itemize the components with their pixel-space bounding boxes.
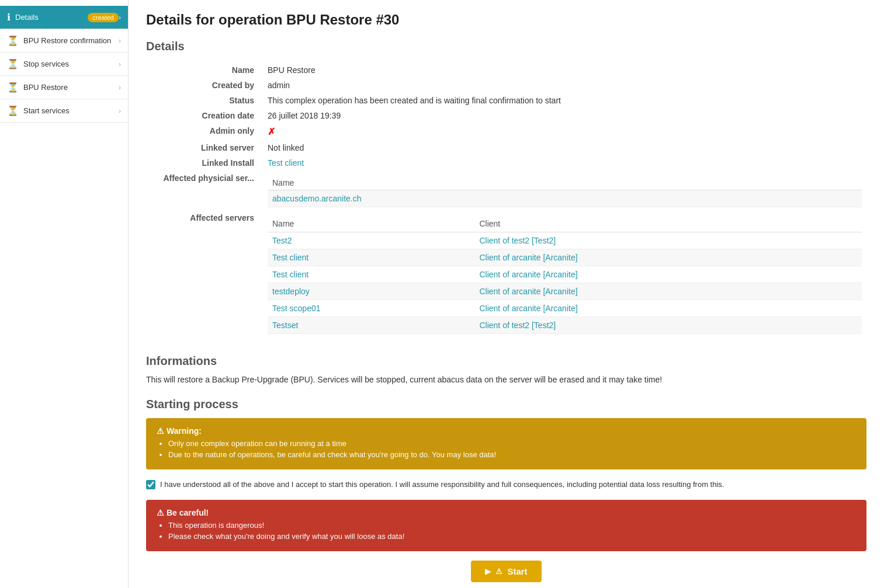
affected-server-row-2: Test client Client of arcanite [Arcanite… bbox=[268, 249, 862, 266]
name-value: BPU Restore bbox=[263, 62, 866, 78]
status-label: Status bbox=[146, 93, 263, 108]
created-by-label: Created by bbox=[146, 78, 263, 93]
col-client-header: Client bbox=[474, 215, 862, 232]
affected-server-name-4[interactable]: testdeploy bbox=[272, 287, 310, 296]
hourglass-icon-bpu-confirmation: ⏳ bbox=[7, 35, 19, 46]
main-content: Details for operation BPU Restore #30 De… bbox=[129, 0, 884, 588]
informations-section: Informations This will restore a Backup … bbox=[146, 354, 866, 386]
table-row-linked-install: Linked Install Test client bbox=[146, 155, 866, 171]
warning-box: ⚠ Warning: Only one complex operation ca… bbox=[146, 418, 866, 469]
danger-box: ⚠ Be careful! This operation is dangerou… bbox=[146, 500, 866, 551]
starting-process-section: Starting process ⚠ Warning: Only one com… bbox=[146, 398, 866, 582]
sidebar-label-stop-services: Stop services bbox=[23, 60, 119, 68]
start-button-container: ▶ ⚠ Start bbox=[146, 561, 866, 582]
affected-server-client-3[interactable]: Client of arcanite [Arcanite] bbox=[479, 270, 577, 279]
page-title: Details for operation BPU Restore #30 bbox=[146, 12, 866, 28]
affected-servers-table: Name Client Test2 Client of test2 [Test2… bbox=[268, 215, 862, 334]
play-icon: ▶ bbox=[485, 567, 491, 576]
danger-item-1: This operation is dangerous! bbox=[168, 521, 856, 530]
linked-server-value: Not linked bbox=[263, 140, 866, 155]
affected-servers-body: Test2 Client of test2 [Test2] Test clien… bbox=[268, 232, 862, 334]
name-label: Name bbox=[146, 62, 263, 78]
informations-title: Informations bbox=[146, 354, 866, 368]
physical-server-link-1[interactable]: abacusdemo.arcanite.ch bbox=[272, 194, 362, 203]
details-table: Name BPU Restore Created by admin Status… bbox=[146, 62, 866, 337]
sidebar-item-stop-services[interactable]: ⏳ Stop services › bbox=[0, 53, 128, 76]
physical-servers-table: Name abacusdemo.arcanite.ch bbox=[268, 176, 862, 207]
accept-label: I have understood all of the above and I… bbox=[160, 479, 724, 490]
admin-only-value: ✗ bbox=[263, 123, 866, 140]
sidebar-item-details[interactable]: ℹ Details created › bbox=[0, 6, 128, 29]
table-row-created-by: Created by admin bbox=[146, 78, 866, 93]
physical-servers-header: Name bbox=[268, 176, 862, 190]
creation-date-label: Creation date bbox=[146, 108, 263, 123]
table-row-creation-date: Creation date 26 juillet 2018 19:39 bbox=[146, 108, 866, 123]
hourglass-icon-bpu-restore: ⏳ bbox=[7, 82, 19, 93]
table-row-status: Status This complex operation has been c… bbox=[146, 93, 866, 108]
affected-servers-label: Affected servers bbox=[146, 210, 263, 337]
affected-server-row-3: Test client Client of arcanite [Arcanite… bbox=[268, 266, 862, 283]
chevron-icon-details: › bbox=[119, 13, 121, 22]
table-row-affected-servers: Affected servers Name Client Test2 Cli bbox=[146, 210, 866, 337]
affected-server-name-2[interactable]: Test client bbox=[272, 253, 308, 262]
linked-install-link[interactable]: Test client bbox=[268, 158, 304, 168]
starting-process-title: Starting process bbox=[146, 398, 866, 411]
table-row-admin-only: Admin only ✗ bbox=[146, 123, 866, 140]
affected-server-row-6: Testset Client of test2 [Test2] bbox=[268, 317, 862, 334]
physical-col-name: Name bbox=[268, 176, 862, 190]
affected-server-row-5: Test scope01 Client of arcanite [Arcanit… bbox=[268, 300, 862, 317]
sidebar-item-start-services[interactable]: ⏳ Start services › bbox=[0, 99, 128, 123]
sidebar-label-bpu-restore: BPU Restore bbox=[23, 83, 119, 92]
info-icon: ℹ bbox=[7, 12, 11, 23]
linked-server-label: Linked server bbox=[146, 140, 263, 155]
danger-list: This operation is dangerous! Please chec… bbox=[157, 521, 856, 541]
details-section: Details Name BPU Restore Created by admi… bbox=[146, 40, 866, 337]
start-button-label: Start bbox=[507, 566, 527, 576]
sidebar-item-bpu-confirmation[interactable]: ⏳ BPU Restore confirmation › bbox=[0, 29, 128, 53]
warning-list: Only one complex operation can be runnin… bbox=[157, 439, 856, 459]
affected-server-row-4: testdeploy Client of arcanite [Arcanite] bbox=[268, 283, 862, 300]
checkbox-row: I have understood all of the above and I… bbox=[146, 479, 866, 490]
affected-server-name-6[interactable]: Testset bbox=[272, 321, 298, 330]
sidebar-label-start-services: Start services bbox=[23, 106, 119, 115]
table-row-physical-servers: Affected physicial ser... Name abacusdem… bbox=[146, 171, 866, 210]
chevron-icon-start-services: › bbox=[119, 107, 121, 115]
danger-title: ⚠ Be careful! bbox=[157, 508, 856, 517]
accept-checkbox[interactable] bbox=[146, 480, 155, 489]
affected-server-client-5[interactable]: Client of arcanite [Arcanite] bbox=[479, 304, 577, 313]
affected-server-client-6[interactable]: Client of test2 [Test2] bbox=[479, 321, 556, 330]
hourglass-icon-stop-services: ⏳ bbox=[7, 58, 19, 69]
sidebar: ℹ Details created › ⏳ BPU Restore confir… bbox=[0, 0, 129, 588]
chevron-icon-stop-services: › bbox=[119, 60, 121, 68]
affected-server-row-1: Test2 Client of test2 [Test2] bbox=[268, 232, 862, 249]
sidebar-label-bpu-confirmation: BPU Restore confirmation bbox=[23, 36, 119, 45]
warning-title: ⚠ Warning: bbox=[157, 426, 856, 436]
table-row-name: Name BPU Restore bbox=[146, 62, 866, 78]
affected-server-client-4[interactable]: Client of arcanite [Arcanite] bbox=[479, 287, 577, 296]
chevron-icon-bpu-restore: › bbox=[119, 83, 121, 92]
affected-server-name-1[interactable]: Test2 bbox=[272, 236, 292, 245]
creation-date-value: 26 juillet 2018 19:39 bbox=[263, 108, 866, 123]
admin-only-label: Admin only bbox=[146, 123, 263, 140]
red-x-icon: ✗ bbox=[268, 127, 275, 137]
start-button[interactable]: ▶ ⚠ Start bbox=[471, 561, 541, 582]
hourglass-icon-start-services: ⏳ bbox=[7, 105, 19, 116]
warning-triangle-icon: ⚠ bbox=[495, 567, 502, 576]
sidebar-label-details: Details bbox=[15, 13, 84, 22]
affected-server-client-1[interactable]: Client of test2 [Test2] bbox=[479, 236, 556, 245]
danger-item-2: Please check what you're doing and verif… bbox=[168, 532, 856, 541]
affected-server-client-2[interactable]: Client of arcanite [Arcanite] bbox=[479, 253, 577, 262]
details-badge: created bbox=[88, 13, 119, 22]
affected-server-name-3[interactable]: Test client bbox=[272, 270, 308, 279]
affected-server-name-5[interactable]: Test scope01 bbox=[272, 304, 321, 313]
informations-text: This will restore a Backup Pre-Upgrade (… bbox=[146, 374, 866, 386]
sidebar-item-bpu-restore[interactable]: ⏳ BPU Restore › bbox=[0, 76, 128, 99]
details-section-title: Details bbox=[146, 40, 866, 53]
affected-servers-header: Name Client bbox=[268, 215, 862, 232]
created-by-value: admin bbox=[263, 78, 866, 93]
table-row-linked-server: Linked server Not linked bbox=[146, 140, 866, 155]
warning-item-1: Only one complex operation can be runnin… bbox=[168, 439, 856, 448]
affected-physical-label: Affected physicial ser... bbox=[146, 171, 263, 210]
status-value: This complex operation has been created … bbox=[263, 93, 866, 108]
chevron-icon-bpu-confirmation: › bbox=[119, 37, 121, 45]
